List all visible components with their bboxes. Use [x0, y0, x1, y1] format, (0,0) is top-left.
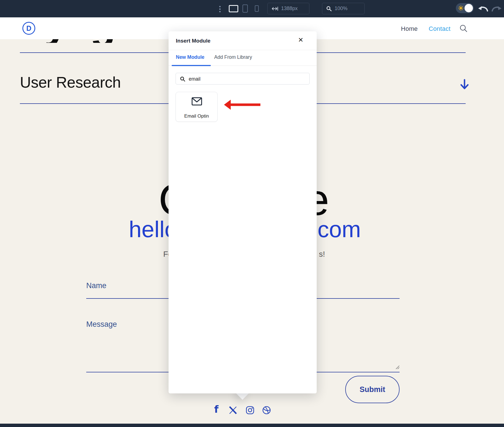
social-link-facebook[interactable]: f	[214, 405, 218, 414]
insert-module-modal: Insert Module × New Module Add From Libr…	[169, 31, 317, 393]
desktop-view-icon[interactable]	[229, 5, 238, 12]
module-search-input[interactable]	[188, 73, 307, 85]
undo-icon[interactable]	[478, 5, 489, 13]
zoom-level-value: 100%	[335, 6, 347, 11]
modal-close-button[interactable]: ×	[295, 34, 306, 45]
nav-link-home[interactable]: Home	[401, 25, 418, 32]
email-link-fragment-right[interactable]: com	[318, 218, 361, 241]
module-card-label: Email Optin	[176, 113, 217, 119]
canvas-width-field[interactable]: 1388px	[267, 3, 309, 14]
zoom-magnifier-icon	[326, 6, 332, 11]
module-card-email-optin[interactable]: Email Optin	[176, 92, 218, 122]
search-icon	[180, 76, 185, 82]
dribbble-icon[interactable]	[262, 406, 271, 414]
nav-link-contact[interactable]: Contact	[429, 25, 451, 32]
footer-bar	[0, 424, 504, 427]
tab-new-module[interactable]: New Module	[176, 54, 204, 60]
active-tab-underline	[172, 65, 211, 66]
section-title: User Research	[20, 73, 121, 91]
builder-toolbar: 1388px 100%	[0, 0, 504, 17]
width-arrows-icon	[272, 6, 278, 11]
zoom-level-field[interactable]: 100%	[322, 3, 365, 14]
envelope-icon	[192, 97, 202, 106]
submit-button-label: Submit	[360, 385, 385, 394]
name-field-label: Name	[86, 281, 106, 290]
message-field-label: Message	[86, 320, 117, 329]
red-pointer-arrow	[223, 98, 262, 111]
canvas-width-value: 1388px	[281, 6, 298, 11]
modal-header-divider	[169, 50, 317, 50]
note-text-fragment-right: s!	[319, 250, 325, 258]
divi-visual-builder: 1388px 100%	[0, 0, 504, 427]
kebab-menu-icon[interactable]	[219, 5, 221, 13]
tab-add-from-library[interactable]: Add From Library	[214, 54, 252, 60]
close-icon: ×	[298, 35, 303, 44]
tablet-view-icon[interactable]	[242, 4, 248, 13]
sun-icon	[458, 6, 463, 11]
theme-toggle[interactable]	[456, 3, 474, 13]
modal-title: Insert Module	[176, 38, 211, 44]
header-search-icon[interactable]	[459, 24, 468, 32]
submit-button[interactable]: Submit	[345, 376, 400, 403]
instagram-icon[interactable]	[246, 406, 254, 414]
module-search-box	[176, 73, 310, 85]
scroll-down-arrow-icon[interactable]	[459, 79, 470, 90]
toggle-knob	[465, 4, 473, 12]
clipped-letter: g	[90, 39, 116, 43]
redo-icon[interactable]	[491, 5, 502, 13]
divi-logo[interactable]: D	[22, 22, 35, 35]
divi-logo-letter: D	[26, 24, 31, 32]
clipped-letter: y	[44, 39, 67, 43]
facebook-icon: f	[214, 405, 218, 414]
phone-view-icon[interactable]	[255, 5, 259, 12]
x-twitter-icon[interactable]	[229, 406, 237, 414]
textarea-resize-handle[interactable]	[394, 364, 400, 370]
